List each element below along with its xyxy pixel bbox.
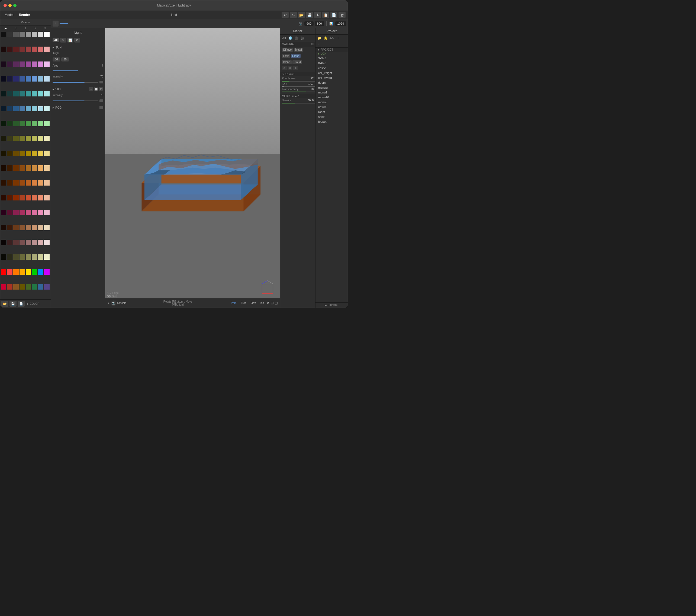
density-slider[interactable]	[282, 103, 315, 103]
color-cell[interactable]	[13, 240, 19, 245]
render-width[interactable]: 960	[304, 21, 314, 26]
sky-icon1[interactable]: ▭	[89, 87, 93, 91]
cloud-button[interactable]: Cloud	[292, 60, 302, 64]
menu-model[interactable]: Model	[2, 12, 16, 18]
color-cell[interactable]	[44, 76, 50, 82]
color-cell[interactable]	[13, 32, 19, 37]
color-cell[interactable]	[44, 106, 50, 111]
color-cell[interactable]	[32, 254, 37, 260]
color-cell[interactable]	[19, 210, 25, 215]
color-cell[interactable]	[38, 136, 43, 141]
color-cell[interactable]	[13, 225, 19, 230]
color-cell[interactable]	[44, 210, 50, 215]
color-cell[interactable]	[38, 240, 43, 245]
color-cell[interactable]	[38, 32, 43, 37]
angle-val2[interactable]: 50	[61, 58, 69, 62]
color-cell[interactable]	[44, 151, 50, 156]
chart-icon[interactable]: 📊	[329, 21, 334, 26]
color-cell[interactable]	[1, 76, 6, 82]
project-item-chr_sword[interactable]: chr_sword	[315, 75, 348, 80]
color-cell[interactable]	[38, 284, 43, 290]
matter-cam-icon[interactable]: 🎥	[294, 36, 299, 40]
color-cell[interactable]	[7, 76, 13, 82]
color-cell[interactable]	[1, 151, 6, 156]
color-cell[interactable]	[26, 106, 31, 111]
color-cell[interactable]	[19, 165, 25, 171]
color-cell[interactable]	[44, 136, 50, 141]
open-button[interactable]: 📂	[298, 12, 305, 18]
color-cell[interactable]	[7, 106, 13, 111]
color-cell[interactable]	[19, 240, 25, 245]
color-cell[interactable]	[38, 91, 43, 96]
palette-open-button[interactable]: 📂	[1, 301, 9, 307]
color-cell[interactable]	[32, 32, 37, 37]
color-cell[interactable]	[7, 240, 13, 245]
color-cell[interactable]	[44, 91, 50, 96]
color-cell[interactable]	[44, 47, 50, 52]
project-item-3x3x3[interactable]: 3x3x3	[315, 56, 348, 61]
area-slider[interactable]	[52, 70, 78, 71]
color-cell[interactable]	[44, 180, 50, 185]
color-cell[interactable]	[44, 32, 50, 37]
color-cell[interactable]	[32, 106, 37, 111]
color-cell[interactable]	[13, 195, 19, 200]
glass-button[interactable]: Glass	[291, 54, 301, 58]
project-sort-h-icon[interactable]: ↔	[317, 42, 322, 46]
color-cell[interactable]	[44, 269, 50, 275]
color-cell[interactable]	[26, 91, 31, 96]
orth-button[interactable]: Orth	[249, 301, 257, 305]
color-cell[interactable]	[7, 91, 13, 96]
redo-button[interactable]: ↪	[290, 12, 297, 18]
project-item-monu1[interactable]: monu1	[315, 90, 348, 95]
color-cell[interactable]	[32, 240, 37, 245]
color-cell[interactable]	[19, 47, 25, 52]
color-cell[interactable]	[13, 76, 19, 82]
color-cell[interactable]	[19, 269, 25, 275]
color-cell[interactable]	[13, 106, 19, 111]
color-cell[interactable]	[44, 284, 50, 290]
color-cell[interactable]	[13, 136, 19, 141]
sun-intensity-toggle[interactable]	[99, 81, 103, 83]
project-item-nature[interactable]: nature	[315, 104, 348, 110]
project-item-shelf[interactable]: shelf	[315, 114, 348, 119]
minimize-button[interactable]	[9, 4, 12, 7]
navigation-cube[interactable]	[259, 278, 275, 295]
color-cell[interactable]	[32, 136, 37, 141]
color-cell[interactable]	[44, 195, 50, 200]
color-cell[interactable]	[1, 121, 6, 126]
color-cell[interactable]	[19, 225, 25, 230]
blend-button[interactable]: Blend	[282, 60, 291, 64]
project-item-teapot[interactable]: teapot	[315, 119, 348, 124]
color-cell[interactable]	[1, 32, 6, 37]
color-cell[interactable]	[26, 151, 31, 156]
color-cell[interactable]	[7, 210, 13, 215]
palette-save-button[interactable]: 💾	[10, 301, 17, 307]
render-height[interactable]: 800	[315, 21, 324, 26]
color-cell[interactable]	[13, 151, 19, 156]
color-cell[interactable]	[44, 254, 50, 260]
project-folder-icon[interactable]: 📁	[317, 36, 322, 40]
color-cell[interactable]	[32, 76, 37, 82]
project-item-8x8x8[interactable]: 8x8x8	[315, 61, 348, 66]
color-cell[interactable]	[32, 62, 37, 67]
color-cell[interactable]	[1, 62, 6, 67]
move-up-icon[interactable]: ▲	[107, 302, 110, 305]
color-cell[interactable]	[38, 254, 43, 260]
color-cell[interactable]	[38, 225, 43, 230]
color-cell[interactable]	[32, 151, 37, 156]
color-cell[interactable]	[1, 47, 6, 52]
color-cell[interactable]	[1, 106, 6, 111]
sky-intensity-toggle[interactable]	[99, 99, 103, 102]
free-button[interactable]: Free	[239, 301, 248, 305]
light-sun-icon[interactable]: ☀	[60, 38, 66, 43]
color-cell[interactable]	[1, 210, 6, 215]
color-cell[interactable]	[26, 136, 31, 141]
color-cell[interactable]	[7, 32, 13, 37]
camera-button[interactable]: 📷	[111, 301, 116, 306]
project-sort-v-icon[interactable]: ↕	[335, 36, 341, 40]
sky-icon3[interactable]: 🖼	[99, 87, 103, 91]
color-cell[interactable]	[38, 151, 43, 156]
color-cell[interactable]	[13, 254, 19, 260]
project-item-doom[interactable]: doom	[315, 80, 348, 85]
copy-button[interactable]: 📋	[322, 12, 329, 18]
